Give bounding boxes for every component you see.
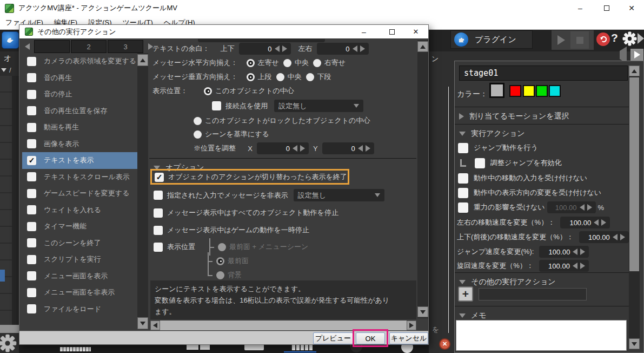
spin-right-icon[interactable]: [587, 204, 592, 211]
color-swatch-green[interactable]: [536, 85, 548, 97]
display-pos-front-radio[interactable]: [216, 257, 224, 265]
spin-left-icon[interactable]: [353, 45, 357, 52]
list-item[interactable]: テキストをスクロール表示: [22, 169, 137, 186]
item-checkbox[interactable]: [27, 139, 36, 148]
item-checkbox[interactable]: ✓: [27, 156, 36, 165]
left-tab-fragment[interactable]: オ: [4, 54, 11, 63]
spin-left-icon[interactable]: [358, 145, 363, 152]
spin-left-icon[interactable]: [573, 263, 577, 269]
margin-h-spinner[interactable]: 0: [317, 43, 369, 55]
hide-on-input-dropdown[interactable]: 設定無し: [294, 189, 384, 201]
adjust-jump-checkbox[interactable]: [475, 158, 485, 168]
item-checkbox[interactable]: [27, 172, 36, 181]
memo-textarea[interactable]: [456, 320, 627, 351]
spin-left-icon[interactable]: [613, 234, 618, 240]
history-forward-button[interactable]: [630, 49, 643, 61]
list-item[interactable]: 音の停止: [22, 86, 137, 103]
stop-button[interactable]: [570, 31, 589, 49]
display-pos-front-menu-radio[interactable]: [218, 243, 226, 251]
list-scrollbar[interactable]: [137, 53, 148, 329]
scroll-down-button[interactable]: [629, 338, 640, 349]
list-item[interactable]: ゲームスピードを変更する: [22, 185, 137, 202]
close-button[interactable]: ✕: [619, 0, 644, 16]
item-checkbox[interactable]: [27, 73, 36, 82]
item-checkbox[interactable]: [27, 288, 36, 297]
item-checkbox[interactable]: [27, 271, 36, 280]
end-display-checkbox[interactable]: ✓: [155, 173, 164, 182]
position-center-radio[interactable]: [204, 87, 212, 95]
list-item[interactable]: ファイルをロード: [22, 301, 137, 318]
hide-on-input-checkbox[interactable]: [154, 191, 163, 200]
scroll-right-button[interactable]: [407, 321, 416, 330]
minimize-button[interactable]: –: [568, 0, 593, 16]
list-item[interactable]: 画像を表示: [22, 136, 137, 153]
color-swatch-yellow[interactable]: [523, 85, 535, 97]
jump-checkbox[interactable]: [458, 143, 468, 153]
scroll-up-button[interactable]: [629, 66, 640, 76]
action-name-field[interactable]: stage01: [459, 66, 628, 81]
scroll-down-button[interactable]: [137, 317, 148, 329]
item-checkbox[interactable]: [27, 57, 36, 66]
valign-center-radio[interactable]: [276, 73, 284, 81]
speed-lr-spinner[interactable]: 100.00: [560, 217, 610, 228]
scroll-up-button[interactable]: [417, 41, 428, 52]
spin-left-icon[interactable]: [573, 249, 577, 255]
spin-right-icon[interactable]: [580, 249, 585, 255]
scroll-left-button[interactable]: [150, 321, 160, 330]
settings-gear-button[interactable]: [622, 31, 637, 48]
speed-ud-spinner[interactable]: 100.00: [579, 231, 629, 243]
list-item[interactable]: カメラの表示領域を変更する: [22, 53, 137, 70]
content-scrollbar[interactable]: [417, 40, 428, 318]
dialog-close-button[interactable]: ✕: [404, 25, 427, 38]
item-checkbox[interactable]: [27, 106, 36, 115]
taskbar-icon-fragment[interactable]: [59, 347, 91, 351]
list-item[interactable]: 動画を再生: [22, 119, 137, 136]
tab-page-1[interactable]: [34, 40, 70, 53]
spin-left-icon[interactable]: [580, 204, 585, 211]
item-checkbox[interactable]: [27, 255, 36, 264]
list-item[interactable]: メニュー画面を非表示: [22, 284, 137, 301]
tree-root-fragment[interactable]: /: [1, 66, 11, 74]
preview-button[interactable]: プレビュー: [313, 332, 353, 344]
spin-right-icon[interactable]: [580, 263, 585, 269]
dialog-titlebar[interactable]: その他の実行アクション – ✕: [19, 25, 428, 38]
tab-page-2[interactable]: 2: [71, 40, 107, 53]
item-checkbox[interactable]: [27, 304, 36, 313]
item-checkbox[interactable]: [27, 123, 36, 132]
list-item[interactable]: 音の再生: [22, 70, 137, 87]
connect-point-checkbox[interactable]: [212, 101, 221, 110]
list-item[interactable]: スクリプトを実行: [22, 251, 137, 268]
halign-left-radio[interactable]: [247, 59, 255, 67]
margin-v-spinner[interactable]: 0: [239, 43, 291, 55]
position-locked-radio[interactable]: [194, 117, 202, 125]
undo-button[interactable]: [596, 32, 610, 46]
play-test-icon[interactable]: [557, 35, 565, 45]
spin-right-icon[interactable]: [360, 45, 365, 52]
dialog-maximize-button[interactable]: [381, 25, 403, 38]
no-gravity-checkbox[interactable]: [458, 202, 468, 213]
color-swatch-cyan[interactable]: [549, 85, 561, 97]
list-item[interactable]: メニュー画面を表示: [22, 268, 137, 285]
halign-right-radio[interactable]: [313, 59, 321, 67]
item-checkbox[interactable]: [27, 205, 36, 214]
adjust-y-spinner[interactable]: 0: [322, 142, 374, 154]
history-back-button[interactable]: [620, 51, 627, 59]
valign-top-radio[interactable]: [247, 73, 255, 81]
spin-left-icon[interactable]: [293, 145, 297, 152]
exec-action-header[interactable]: 実行アクション: [459, 127, 525, 140]
speed-jump-spinner[interactable]: 100.00: [539, 246, 589, 258]
add-action-button[interactable]: +: [458, 286, 473, 302]
valign-bottom-radio[interactable]: [306, 73, 314, 81]
scroll-up-button[interactable]: [137, 54, 148, 66]
speed-turn-spinner[interactable]: 100.00: [539, 260, 589, 272]
list-item[interactable]: タイマー機能: [22, 218, 137, 235]
panel-scrollbar[interactable]: [629, 66, 640, 349]
scrollbar-thumb[interactable]: [629, 77, 639, 271]
spin-right-icon[interactable]: [601, 219, 606, 226]
adjust-x-spinner[interactable]: 0: [257, 142, 309, 154]
spin-right-icon[interactable]: [300, 145, 305, 152]
pause-game-checkbox[interactable]: [154, 226, 163, 235]
maximize-button[interactable]: [594, 0, 619, 16]
list-item[interactable]: ウェイトを入れる: [22, 202, 137, 219]
spin-left-icon[interactable]: [594, 219, 599, 226]
